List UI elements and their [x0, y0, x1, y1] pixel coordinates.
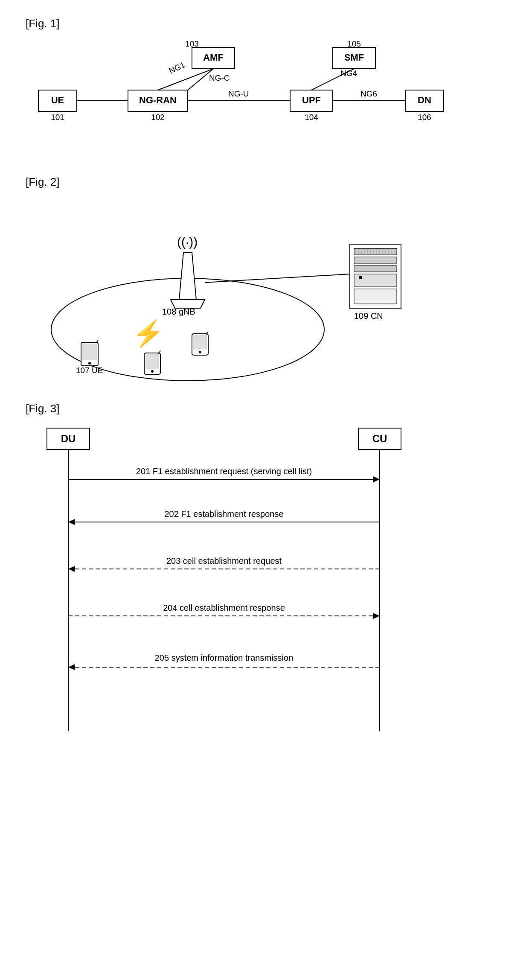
svg-text:105: 105 — [347, 39, 361, 48]
svg-rect-12 — [333, 47, 375, 69]
svg-rect-54 — [354, 289, 397, 304]
svg-line-25 — [311, 69, 354, 90]
fig3-svg: DU CU 201 F1 establishment request (serv… — [26, 424, 495, 731]
svg-marker-91 — [68, 664, 75, 670]
svg-text:AMF: AMF — [203, 52, 224, 63]
svg-text:NG-U: NG-U — [228, 89, 249, 98]
svg-point-36 — [88, 362, 91, 365]
svg-point-55 — [359, 276, 362, 279]
svg-rect-9 — [290, 90, 333, 111]
page: [Fig. 1] UE 101 NG-RAN 102 AMF 103 UPF 1… — [0, 0, 529, 980]
svg-point-45 — [199, 351, 201, 353]
fig3-diagram: DU CU 201 F1 establishment request (serv… — [26, 424, 495, 723]
svg-text:⚡: ⚡ — [132, 318, 164, 349]
fig3-label: [Fig. 3] — [26, 402, 503, 415]
svg-rect-6 — [192, 47, 235, 69]
svg-text:201 F1 establishment request (: 201 F1 establishment request (serving ce… — [136, 467, 312, 476]
svg-text:106: 106 — [418, 113, 431, 122]
svg-text:NG-C: NG-C — [209, 73, 230, 82]
svg-text:CU: CU — [372, 433, 387, 444]
svg-rect-51 — [354, 257, 397, 263]
svg-text:101: 101 — [51, 113, 64, 122]
svg-marker-79 — [373, 476, 380, 482]
svg-rect-40 — [145, 354, 159, 369]
svg-text:202 F1 establishment response: 202 F1 establishment response — [164, 509, 283, 519]
svg-rect-52 — [354, 265, 397, 272]
svg-text:NG4: NG4 — [340, 69, 358, 78]
svg-marker-31 — [179, 253, 196, 300]
fig1-diagram: UE 101 NG-RAN 102 AMF 103 UPF 104 SMF 10… — [26, 39, 495, 158]
svg-text:203 cell establishment request: 203 cell establishment request — [166, 556, 282, 566]
svg-rect-35 — [82, 344, 97, 360]
svg-text:205 system information transmi: 205 system information transmission — [155, 653, 294, 662]
svg-text:UPF: UPF — [302, 95, 321, 105]
svg-text:UE: UE — [51, 95, 64, 105]
fig2-svg: ((·)) ⚡ 107 UE 1 — [26, 197, 495, 385]
svg-text:104: 104 — [305, 113, 318, 122]
fig2-label: [Fig. 2] — [26, 175, 503, 189]
svg-text:SMF: SMF — [344, 52, 364, 63]
fig1-label: [Fig. 1] — [26, 17, 503, 30]
svg-rect-3 — [128, 90, 188, 111]
svg-rect-15 — [405, 90, 444, 111]
svg-text:103: 103 — [185, 39, 199, 48]
svg-point-41 — [151, 370, 154, 373]
svg-text:102: 102 — [151, 113, 165, 122]
svg-line-48 — [205, 274, 350, 283]
svg-rect-50 — [354, 248, 397, 255]
svg-line-19 — [158, 69, 213, 90]
svg-text:107 UE: 107 UE — [76, 366, 103, 375]
svg-marker-88 — [373, 613, 380, 619]
svg-text:NG6: NG6 — [360, 89, 377, 98]
svg-text:109 CN: 109 CN — [354, 311, 383, 321]
svg-rect-0 — [38, 90, 77, 111]
svg-rect-44 — [193, 335, 207, 350]
fig1-svg: UE 101 NG-RAN 102 AMF 103 UPF 104 SMF 10… — [26, 39, 495, 158]
svg-text:DN: DN — [418, 95, 431, 105]
svg-line-21 — [188, 69, 213, 90]
svg-marker-82 — [68, 519, 75, 525]
svg-text:204 cell establishment respons: 204 cell establishment response — [163, 603, 285, 612]
svg-marker-85 — [68, 566, 75, 572]
svg-text:108 gNB: 108 gNB — [162, 307, 195, 316]
svg-text:NG-RAN: NG-RAN — [139, 95, 177, 105]
svg-text:((·)): ((·)) — [177, 235, 198, 249]
svg-text:DU: DU — [61, 433, 76, 444]
svg-text:NG1: NG1 — [168, 60, 186, 76]
fig2-diagram: ((·)) ⚡ 107 UE 1 — [26, 197, 495, 385]
